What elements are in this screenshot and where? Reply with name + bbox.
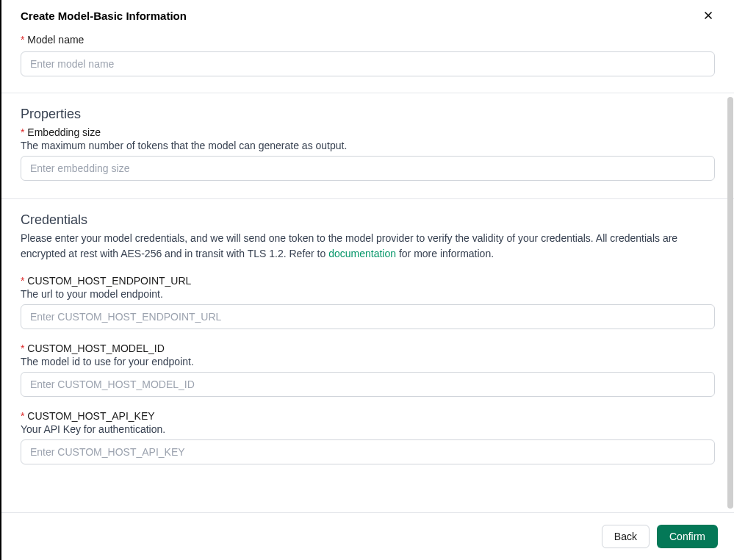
- required-asterisk: *: [21, 275, 24, 287]
- model-name-label: * Model name: [21, 34, 715, 46]
- basic-section: * Model name: [1, 34, 734, 93]
- model-id-label: * CUSTOM_HOST_MODEL_ID: [21, 342, 715, 354]
- credentials-description: Please enter your model credentials, and…: [21, 231, 715, 262]
- api-key-label: * CUSTOM_HOST_API_KEY: [21, 410, 715, 422]
- embedding-size-label: * Embedding size: [21, 126, 715, 138]
- credentials-title: Credentials: [21, 212, 715, 228]
- endpoint-url-label-text: CUSTOM_HOST_ENDPOINT_URL: [27, 275, 191, 287]
- endpoint-url-help: The url to your model endpoint.: [21, 288, 715, 300]
- credentials-desc-suffix: for more information.: [396, 248, 494, 259]
- back-button[interactable]: Back: [602, 525, 650, 548]
- embedding-size-group: * Embedding size The maximum number of t…: [21, 126, 715, 181]
- model-id-input[interactable]: [21, 372, 715, 397]
- required-asterisk: *: [21, 342, 24, 354]
- modal-body: * Model name Properties * Embedding size…: [1, 34, 734, 512]
- modal-footer: Back Confirm: [1, 512, 734, 560]
- confirm-button[interactable]: Confirm: [657, 525, 718, 548]
- endpoint-url-input[interactable]: [21, 304, 715, 329]
- properties-section: Properties * Embedding size The maximum …: [1, 93, 734, 198]
- embedding-size-input[interactable]: [21, 156, 715, 181]
- credentials-section: Credentials Please enter your model cred…: [1, 198, 734, 482]
- required-asterisk: *: [21, 34, 24, 46]
- model-id-group: * CUSTOM_HOST_MODEL_ID The model id to u…: [21, 342, 715, 397]
- close-button[interactable]: [699, 6, 718, 25]
- api-key-label-text: CUSTOM_HOST_API_KEY: [27, 410, 154, 422]
- model-name-group: * Model name: [21, 34, 715, 76]
- embedding-size-label-text: Embedding size: [27, 126, 101, 138]
- documentation-link[interactable]: documentation: [328, 248, 396, 259]
- properties-title: Properties: [21, 107, 715, 122]
- scrollbar-thumb[interactable]: [727, 97, 733, 509]
- modal-title: Create Model-Basic Information: [21, 10, 187, 22]
- required-asterisk: *: [21, 126, 24, 138]
- model-name-input[interactable]: [21, 51, 715, 76]
- close-icon: [702, 9, 715, 22]
- required-asterisk: *: [21, 410, 24, 422]
- model-name-label-text: Model name: [27, 34, 84, 46]
- modal-header: Create Model-Basic Information: [1, 0, 734, 34]
- model-id-label-text: CUSTOM_HOST_MODEL_ID: [27, 342, 164, 354]
- api-key-help: Your API Key for authentication.: [21, 423, 715, 435]
- model-id-help: The model id to use for your endpoint.: [21, 356, 715, 367]
- embedding-size-help: The maximum number of tokens that the mo…: [21, 140, 715, 151]
- create-model-modal: Create Model-Basic Information * Model n…: [0, 0, 734, 560]
- api-key-group: * CUSTOM_HOST_API_KEY Your API Key for a…: [21, 410, 715, 464]
- scrollbar[interactable]: [727, 97, 733, 509]
- endpoint-url-label: * CUSTOM_HOST_ENDPOINT_URL: [21, 275, 715, 287]
- api-key-input[interactable]: [21, 439, 715, 464]
- endpoint-url-group: * CUSTOM_HOST_ENDPOINT_URL The url to yo…: [21, 275, 715, 329]
